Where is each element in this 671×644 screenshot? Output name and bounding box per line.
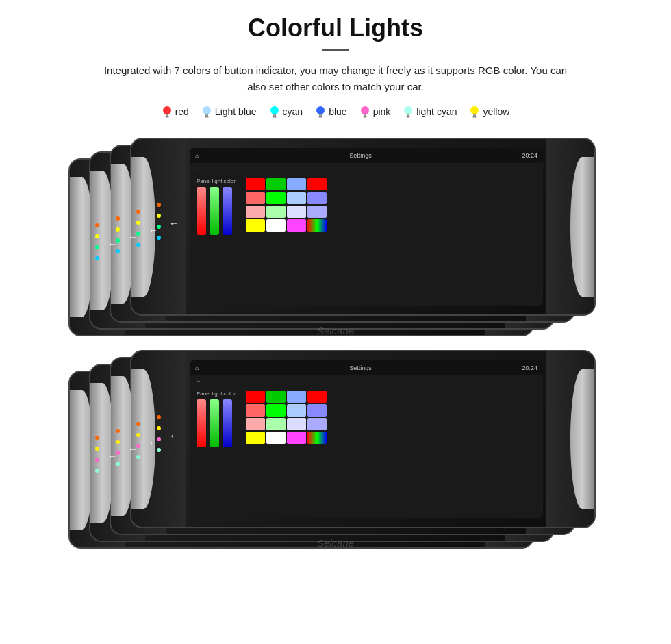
bulb-icon-yellow bbox=[469, 105, 480, 119]
color-label-blue: blue bbox=[329, 106, 346, 117]
svg-rect-4 bbox=[205, 114, 208, 116]
car-unit-1-4: ← ⌂ Settings 20:24 ← Panel light bbox=[130, 138, 596, 316]
bulb-icon-blue bbox=[315, 105, 326, 119]
dot-red-1-1 bbox=[95, 223, 99, 227]
bulb-icon-pink bbox=[359, 105, 370, 119]
dot-1-2-3 bbox=[116, 238, 120, 243]
dot-1-3-4 bbox=[136, 243, 140, 247]
svg-rect-10 bbox=[319, 114, 322, 116]
color-item-pink: pink bbox=[359, 105, 391, 119]
page-container: Colorful Lights Integrated with 7 colors… bbox=[0, 0, 671, 644]
page-title: Colorful Lights bbox=[248, 14, 423, 42]
bulb-icon-lightblue bbox=[201, 105, 212, 119]
description-text: Integrated with 7 colors of button indic… bbox=[96, 62, 575, 95]
dot-cyan-1-1 bbox=[95, 267, 99, 271]
screen-1-4: ⌂ Settings 20:24 ← Panel light color bbox=[190, 148, 543, 306]
svg-point-9 bbox=[316, 106, 325, 114]
unit-row-2: ← ⌂ Settings 20:24 ← Panel light bbox=[27, 343, 644, 556]
watermark-2: Seicane bbox=[317, 537, 354, 549]
dot-yellow-1-1 bbox=[95, 245, 99, 249]
svg-point-12 bbox=[361, 106, 369, 114]
svg-rect-2 bbox=[165, 116, 168, 118]
color-item-lightcyan: light cyan bbox=[403, 105, 457, 119]
color-item-blue: blue bbox=[315, 105, 346, 119]
svg-point-18 bbox=[470, 106, 479, 114]
color-label-lightcyan: light cyan bbox=[416, 106, 457, 117]
dot-orange-1-1 bbox=[95, 234, 99, 238]
svg-point-15 bbox=[404, 106, 412, 114]
dot-1-2-4 bbox=[116, 249, 120, 253]
color-item-yellow: yellow bbox=[469, 105, 509, 119]
dot-1-3-5 bbox=[136, 253, 140, 258]
units-section: ← ⌂ Settings 20:24 ← bbox=[27, 131, 644, 556]
color-item-lightblue: Light blue bbox=[201, 105, 257, 119]
svg-rect-1 bbox=[166, 114, 168, 116]
svg-rect-11 bbox=[319, 116, 322, 118]
car-stack-2: ← ⌂ Settings 20:24 ← Panel light bbox=[68, 350, 603, 549]
left-panel-1-4: ← bbox=[131, 139, 186, 314]
svg-rect-14 bbox=[363, 116, 366, 118]
color-label-cyan: cyan bbox=[283, 106, 303, 117]
dot-1-3-2 bbox=[136, 221, 140, 225]
svg-rect-19 bbox=[473, 114, 476, 116]
watermark-1: Seicane bbox=[317, 325, 354, 336]
svg-rect-7 bbox=[273, 114, 276, 116]
car-stack-1: ← ⌂ Settings 20:24 ← bbox=[68, 138, 603, 336]
bulb-icon-lightcyan bbox=[403, 105, 414, 119]
svg-rect-17 bbox=[407, 116, 410, 118]
svg-point-6 bbox=[270, 106, 279, 114]
svg-point-3 bbox=[203, 106, 211, 114]
bulb-icon-cyan bbox=[269, 105, 280, 119]
title-divider bbox=[322, 49, 349, 51]
color-labels-row: red Light blue cyan bbox=[162, 105, 510, 119]
svg-rect-16 bbox=[407, 114, 409, 116]
svg-rect-20 bbox=[473, 116, 477, 118]
dot-1-2-2 bbox=[116, 227, 120, 232]
color-label-yellow: yellow bbox=[483, 106, 509, 117]
color-label-pink: pink bbox=[373, 106, 391, 117]
color-label-red: red bbox=[175, 106, 189, 117]
color-item-red: red bbox=[162, 105, 189, 119]
dot-1-2-1 bbox=[116, 216, 120, 221]
bulb-icon-red bbox=[162, 105, 173, 119]
svg-point-0 bbox=[163, 106, 171, 114]
svg-rect-8 bbox=[273, 116, 276, 118]
car-unit-2-4: ← ⌂Settings20:24 ← Panel light color bbox=[130, 350, 596, 528]
color-label-lightblue: Light blue bbox=[215, 106, 257, 117]
dot-green-1-1 bbox=[95, 256, 99, 260]
dot-1-2-5 bbox=[116, 260, 120, 264]
svg-rect-5 bbox=[205, 116, 208, 118]
dot-1-3-1 bbox=[136, 210, 140, 214]
color-item-cyan: cyan bbox=[269, 105, 303, 119]
dot-1-3-3 bbox=[136, 232, 140, 236]
unit-row-1: ← ⌂ Settings 20:24 ← bbox=[27, 131, 644, 343]
svg-rect-13 bbox=[364, 114, 366, 116]
